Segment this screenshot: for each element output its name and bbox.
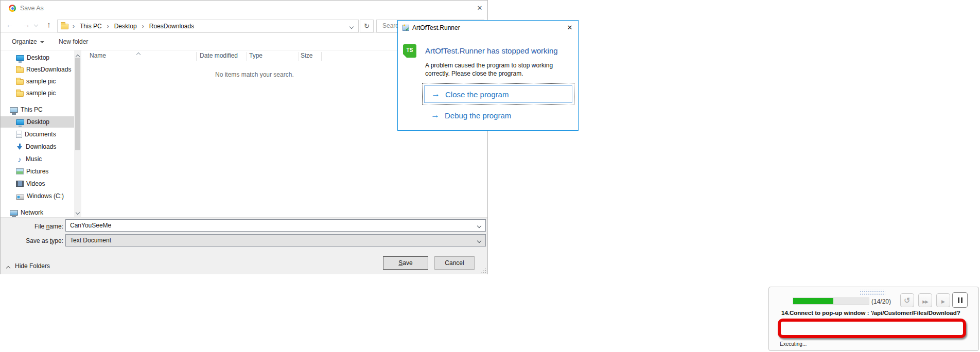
sidebar-item-label: Desktop: [27, 118, 49, 126]
debug-program-label: Debug the program: [445, 111, 511, 120]
fast-forward-button[interactable]: [918, 293, 932, 307]
sidebar-item-network[interactable]: Network: [1, 207, 74, 218]
sidebar-item-videos[interactable]: Videos: [1, 178, 74, 189]
file-name-label: File name:: [1, 223, 63, 230]
chevron-down-icon[interactable]: [478, 239, 481, 243]
label-text: Save as: [26, 237, 50, 244]
button-text: ave: [402, 259, 412, 267]
sort-ascending-icon: [137, 51, 141, 55]
chevron-up-icon: [7, 265, 10, 269]
column-header-name[interactable]: Name: [90, 52, 106, 61]
sidebar-item-label: Network: [21, 209, 43, 216]
test-studio-badge: TS: [403, 44, 416, 58]
network-icon: [10, 210, 18, 216]
column-header-size[interactable]: Size: [301, 52, 312, 61]
pause-button[interactable]: [952, 292, 968, 308]
file-name-input[interactable]: CanYouSeeMe: [65, 219, 486, 232]
artoftest-runner-app-icon: [402, 25, 409, 31]
current-step-text: 14.Connect to pop-up window : '/api/Cust…: [781, 310, 967, 316]
close-icon[interactable]: [472, 1, 487, 16]
hide-folders-label: Hide Folders: [15, 262, 50, 270]
execution-status: Executing...: [780, 341, 807, 347]
sidebar-item-windows-c[interactable]: Windows (C:): [1, 190, 74, 202]
save-as-type-select[interactable]: Text Document: [65, 234, 486, 247]
save-as-type-value: Text Document: [70, 237, 111, 244]
restart-button[interactable]: [900, 293, 914, 307]
save-dialog-title: Save As: [20, 1, 44, 16]
sidebar-scrollbar[interactable]: [74, 50, 81, 217]
sidebar-item-label: Music: [26, 155, 42, 163]
forward-icon[interactable]: [20, 19, 32, 31]
sidebar-item-label: Windows (C:): [27, 192, 64, 200]
debug-the-program-button[interactable]: Debug the program: [424, 109, 511, 121]
artoftest-runner-error-dialog: ArtOfTest.Runner TS ArtOfTest.Runner has…: [397, 20, 579, 131]
column-divider: [196, 52, 197, 61]
breadcrumb-this-pc[interactable]: This PC: [75, 23, 107, 30]
organize-button[interactable]: Organize: [12, 33, 44, 50]
error-body-line1: A problem caused the program to stop wor…: [425, 62, 564, 69]
play-button[interactable]: [936, 293, 950, 307]
save-dialog-titlebar: Save As: [1, 1, 487, 16]
scroll-down-icon[interactable]: [76, 211, 79, 214]
cancel-button[interactable]: Cancel: [434, 256, 475, 270]
label-text: File: [34, 223, 46, 230]
column-divider: [299, 52, 299, 61]
error-heading: ArtOfTest.Runner has stopped working: [425, 46, 575, 55]
sidebar-item-this-pc[interactable]: This PC: [1, 104, 74, 115]
test-runner-widget: (14/20) 14.Connect to pop-up window : '/…: [768, 287, 979, 351]
organize-dropdown-icon: [40, 41, 44, 43]
breadcrumb-desktop[interactable]: Desktop: [109, 23, 142, 30]
sidebar-item-label: Videos: [26, 180, 45, 187]
folder-icon: [16, 67, 24, 73]
back-icon[interactable]: [4, 19, 16, 31]
scroll-up-icon[interactable]: [76, 54, 79, 57]
up-icon[interactable]: [43, 19, 55, 31]
sidebar-item-label: Pictures: [26, 168, 48, 175]
error-body-line2: correctly. Please close the program.: [425, 70, 564, 77]
restart-icon: [904, 296, 911, 305]
sidebar-item-desktop-quick[interactable]: Desktop: [1, 52, 74, 63]
drag-handle[interactable]: [860, 289, 885, 295]
sidebar-item-desktop-selected[interactable]: Desktop: [1, 116, 74, 128]
sidebar-item-documents[interactable]: Documents: [1, 129, 74, 140]
sidebar-item-label: Documents: [25, 131, 56, 138]
file-name-value: CanYouSeeMe: [70, 222, 111, 229]
sidebar-item-roesdownloads[interactable]: RoesDownloads: [1, 64, 74, 75]
breadcrumb-chevron-icon: ›: [68, 23, 75, 30]
sidebar-item-sample-pic-2[interactable]: sample pic: [1, 87, 74, 99]
play-icon: [941, 296, 945, 305]
new-folder-button[interactable]: New folder: [59, 33, 88, 50]
sidebar-item-label: Downloads: [26, 143, 56, 150]
highlight-red-box: [778, 319, 966, 338]
document-icon: [16, 131, 22, 138]
sidebar-item-music[interactable]: Music: [1, 153, 74, 165]
save-button[interactable]: Save: [383, 256, 428, 270]
address-dropdown-icon[interactable]: [350, 25, 354, 29]
folder-icon: [16, 91, 24, 97]
fast-forward-icon: [922, 296, 927, 305]
column-header-type[interactable]: Type: [249, 52, 262, 61]
scrollbar-thumb[interactable]: [75, 58, 80, 150]
save-dialog-footer: File name: CanYouSeeMe Save as type: Tex…: [1, 217, 487, 274]
save-as-type-label: Save as type:: [1, 237, 63, 244]
breadcrumb-roesdownloads[interactable]: RoesDownloads: [144, 23, 199, 30]
pause-icon: [958, 297, 962, 303]
refresh-icon[interactable]: [360, 20, 374, 32]
desktop-icon: [16, 55, 24, 61]
column-header-date-modified[interactable]: Date modified: [200, 52, 238, 61]
sidebar-item-downloads[interactable]: Downloads: [1, 141, 74, 152]
close-icon[interactable]: [562, 21, 578, 35]
close-the-program-button[interactable]: Close the program: [424, 85, 572, 103]
desktop-icon: [16, 119, 24, 125]
chevron-down-icon[interactable]: [478, 224, 481, 228]
arrow-right-icon: [431, 110, 440, 120]
address-bar[interactable]: › This PC › Desktop › RoesDownloads: [57, 20, 359, 32]
sidebar-item-label: This PC: [21, 106, 43, 113]
sidebar-item-label: RoesDownloads: [26, 66, 71, 73]
sidebar-item-label: sample pic: [26, 78, 56, 85]
sidebar-item-pictures[interactable]: Pictures: [1, 166, 74, 177]
screen: Save As › This PC › Desktop › RoesDownlo…: [0, 0, 980, 352]
sidebar-item-sample-pic-1[interactable]: sample pic: [1, 76, 74, 87]
progress-count: (14/20): [871, 298, 891, 305]
history-chevron-icon[interactable]: [34, 23, 38, 27]
